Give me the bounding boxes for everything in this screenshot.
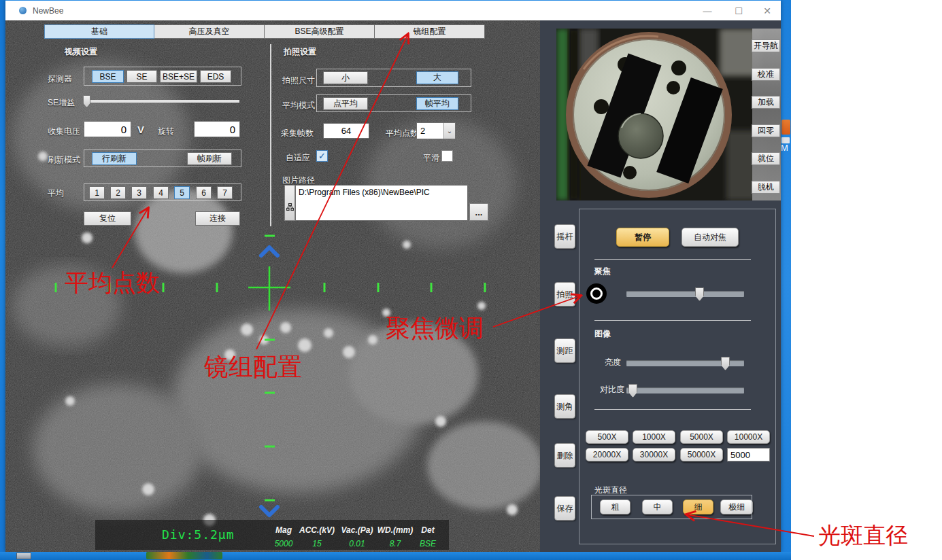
focus-slider[interactable] (626, 291, 744, 297)
pause-button[interactable]: 暂停 (616, 228, 669, 247)
stat-det: Det BSE (409, 525, 446, 548)
stat-acc: ACC.(kV) 15 (297, 525, 337, 548)
mag-500x-button[interactable]: 500X (586, 430, 628, 444)
chevron-down-icon (261, 507, 277, 515)
save-button[interactable]: 保存 (554, 496, 575, 521)
size-small-button[interactable]: 小 (323, 71, 368, 84)
average-5-button[interactable]: 5 (174, 186, 190, 199)
se-gain-label: SE增益 (48, 97, 75, 109)
taskbar-window-icon[interactable] (16, 553, 31, 559)
contrast-slider[interactable] (626, 387, 744, 393)
photo-size-label: 拍照尺寸 (282, 75, 315, 86)
average-1-button[interactable]: 1 (89, 186, 105, 199)
tab-bse-advanced[interactable]: BSE高级配置 (265, 24, 375, 39)
image-path-value[interactable]: D:\Program Files (x86)\NewBee\PIC (295, 185, 468, 221)
focus-fine-knob[interactable] (586, 283, 607, 304)
taskbar-app-icon[interactable] (146, 552, 222, 559)
joystick-button[interactable]: 摇杆 (554, 224, 575, 249)
open-navigation-button[interactable]: 开导航 (752, 39, 780, 52)
desktop-strip-right (781, 0, 791, 560)
mag-30000x-button[interactable]: 30000X (633, 448, 675, 461)
config-tabs: 基础 高压及真空 BSE高级配置 镜组配置 (44, 24, 485, 39)
connect-button[interactable]: 连接 (195, 211, 240, 226)
point-average-button[interactable]: 点平均 (323, 97, 368, 110)
detector-se-button[interactable]: SE (127, 70, 157, 83)
path-icon-button[interactable] (284, 185, 295, 221)
taskbar[interactable] (0, 552, 791, 560)
avg-mode-label: 平均模式 (282, 100, 315, 111)
div-scale-label: Div:5.2μm (162, 527, 235, 542)
right-control-panel: 开导航 校准 加载 回零 就位 脱机 摇杆 拍照 测距 测角 删除 保存 暂停 … (541, 20, 781, 552)
adaptive-checkbox[interactable]: ✓ (316, 150, 328, 162)
detector-bse-button[interactable]: BSE (92, 70, 124, 83)
sitemap-icon (286, 203, 294, 211)
average-3-button[interactable]: 3 (131, 186, 147, 199)
tab-lens-config[interactable]: 镜组配置 (375, 24, 485, 39)
in-position-button[interactable]: 就位 (752, 152, 780, 165)
average-7-button[interactable]: 7 (217, 186, 233, 199)
frames-input[interactable] (323, 123, 369, 139)
detector-bse-se-button[interactable]: BSE+SE (160, 70, 197, 83)
average-4-button[interactable]: 4 (153, 186, 169, 199)
take-photo-button[interactable]: 拍照 (554, 282, 575, 307)
frames-label: 采集帧数 (281, 128, 314, 139)
title-bar: NewBee — ☐ ✕ (5, 0, 781, 20)
measure-distance-button[interactable]: 测距 (554, 338, 575, 363)
mag-1000x-button[interactable]: 1000X (633, 430, 675, 444)
avg-points-dropdown[interactable]: 2 ⌄ (416, 122, 456, 139)
stat-det-header: Det (409, 525, 446, 535)
mag-10000x-button[interactable]: 10000X (727, 430, 770, 444)
refresh-line-button[interactable]: 行刷新 (92, 152, 137, 165)
divider (594, 409, 751, 410)
average-2-button[interactable]: 2 (110, 186, 126, 199)
collect-voltage-input[interactable] (84, 121, 131, 137)
autofocus-button[interactable]: 自动对焦 (682, 228, 739, 247)
return-zero-button[interactable]: 回零 (752, 124, 780, 137)
screen: M NewBee — ☐ ✕ (0, 0, 942, 560)
measure-angle-button[interactable]: 测角 (554, 394, 575, 419)
annotation-avg-points: 平均点数 (65, 267, 160, 299)
focus-slider-thumb[interactable] (695, 287, 704, 301)
detector-eds-button[interactable]: EDS (200, 70, 231, 83)
magnification-input[interactable] (727, 448, 770, 461)
close-button[interactable]: ✕ (754, 1, 781, 21)
panel-divider (270, 44, 271, 226)
brightness-slider-thumb[interactable] (721, 357, 730, 370)
smooth-checkbox[interactable] (441, 150, 453, 162)
average-label: 平均 (48, 188, 64, 199)
reset-button[interactable]: 复位 (84, 211, 131, 226)
mag-5000x-button[interactable]: 5000X (680, 430, 723, 444)
tab-hv-vacuum[interactable]: 高压及真空 (154, 24, 265, 39)
focus-knob-center (592, 290, 601, 298)
minimize-button[interactable]: — (694, 1, 721, 21)
avg-points-value: 2 (417, 123, 443, 139)
divider (594, 259, 751, 260)
collect-voltage-label: 收集电压 (48, 126, 80, 137)
desktop-icon-label: M (781, 143, 788, 153)
frame-average-button[interactable]: 帧平均 (416, 97, 458, 110)
refresh-mode-label: 刷新模式 (48, 154, 80, 166)
maximize-button[interactable]: ☐ (725, 1, 752, 21)
offline-button[interactable]: 脱机 (752, 181, 780, 194)
annotation-lens-config: 镜组配置 (204, 351, 302, 384)
contrast-slider-thumb[interactable] (628, 384, 637, 398)
control-group-box: 暂停 自动对焦 聚焦 图像 亮度 对比度 500X 1000 (579, 209, 776, 544)
rotation-input[interactable] (194, 121, 240, 137)
tab-basic[interactable]: 基础 (44, 24, 154, 39)
average-6-button[interactable]: 6 (196, 186, 212, 199)
load-button[interactable]: 加载 (752, 96, 780, 109)
delete-button[interactable]: 删除 (554, 443, 575, 468)
crosshair (248, 266, 290, 311)
calibrate-button[interactable]: 校准 (752, 68, 780, 81)
mag-20000x-button[interactable]: 20000X (586, 448, 628, 461)
stat-det-value: BSE (409, 539, 446, 548)
mag-50000x-button[interactable]: 50000X (680, 448, 723, 461)
refresh-frame-button[interactable]: 帧刷新 (187, 152, 232, 165)
browse-button[interactable]: ... (469, 203, 488, 221)
desktop-strip-left (0, 0, 5, 560)
desktop-app-icon[interactable] (781, 120, 790, 135)
stat-vac-header: Vac.(Pa) (337, 525, 377, 535)
size-large-button[interactable]: 大 (416, 71, 458, 84)
se-gain-slider[interactable] (83, 100, 239, 103)
stat-acc-value: 15 (297, 539, 337, 548)
